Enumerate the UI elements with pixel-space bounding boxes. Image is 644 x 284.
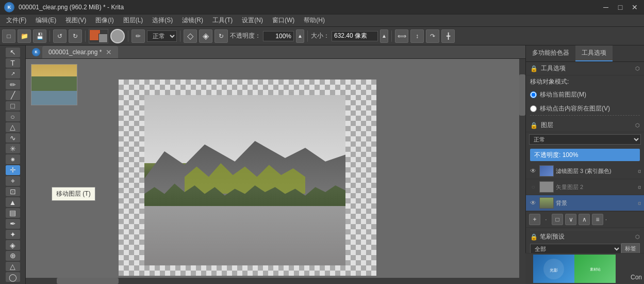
window-title: 000001_clear.png (960.2 MiB) * - Krita bbox=[19, 4, 124, 11]
opacity-input[interactable] bbox=[263, 31, 294, 41]
layer-item-vector[interactable]: ○ 矢量图层 2 α bbox=[526, 179, 644, 195]
paint-tool[interactable]: ✏ bbox=[6, 80, 20, 89]
panel-tabs: 多功能拾色器 工具选项 bbox=[526, 45, 644, 62]
tab-close-button[interactable]: ✕ bbox=[106, 48, 112, 56]
new-button[interactable]: □ bbox=[2, 29, 15, 43]
layer-menu-btn[interactable]: · bbox=[542, 216, 550, 223]
path-tool[interactable]: △ bbox=[6, 122, 20, 132]
layer-item-bg[interactable]: 👁 背景 α bbox=[526, 195, 644, 211]
measure-tool[interactable]: △ bbox=[6, 262, 20, 272]
duplicate-layer-btn[interactable]: □ bbox=[552, 214, 563, 225]
move-layer-down-btn[interactable]: ∧ bbox=[579, 214, 590, 225]
radio-move-clicked-layer[interactable]: 移动点击内容所在图层(V) bbox=[530, 103, 640, 114]
radio-move-current-layer[interactable]: 移动当前图层(M) bbox=[530, 89, 640, 100]
brush-tags-button[interactable]: 标签 bbox=[621, 243, 640, 254]
layer-eye-bg[interactable]: 👁 bbox=[529, 199, 537, 207]
tab-color-picker[interactable]: 多功能拾色器 bbox=[526, 45, 575, 61]
opacity-reset-btn[interactable]: ◇ bbox=[184, 29, 197, 43]
maximize-button[interactable]: □ bbox=[615, 3, 625, 11]
brush-select-row: 全部 标签 bbox=[530, 243, 640, 254]
rect-tool[interactable]: □ bbox=[6, 101, 20, 111]
undo-button[interactable]: ↺ bbox=[53, 29, 67, 43]
opacity-up-btn[interactable]: ▲ bbox=[296, 29, 304, 43]
close-button[interactable]: ✕ bbox=[630, 3, 640, 11]
size-up-btn[interactable]: ▲ bbox=[380, 29, 388, 43]
zoom-tool[interactable]: ◯ bbox=[6, 272, 20, 282]
watermark-img-2: 素材站 bbox=[574, 255, 616, 283]
tab-tool-options[interactable]: 工具选项 bbox=[575, 45, 613, 61]
document-tab[interactable]: 000001_clear.png * ✕ bbox=[42, 46, 118, 58]
multibrush-tool[interactable]: ⁕ bbox=[6, 154, 20, 164]
menu-tool[interactable]: 工具(T) bbox=[208, 15, 237, 26]
add-layer-btn[interactable]: + bbox=[529, 214, 540, 225]
circle-tool[interactable]: ○ bbox=[6, 112, 20, 121]
flip-v-btn[interactable]: ↕ bbox=[410, 29, 424, 43]
radio-current-layer-input[interactable] bbox=[530, 91, 537, 98]
transform-tool[interactable]: ⌖ bbox=[6, 176, 20, 186]
bezier-tool[interactable]: ∿ bbox=[6, 133, 20, 143]
menu-view[interactable]: 视图(V) bbox=[61, 15, 90, 26]
color-overlay-btn[interactable]: ◈ bbox=[199, 29, 212, 43]
lock-icon-layers: 🔒 bbox=[530, 122, 538, 129]
brush-category-select[interactable]: 全部 bbox=[530, 244, 621, 254]
canvas-content[interactable]: 移动图层 (T) bbox=[26, 59, 525, 284]
save-button[interactable]: 💾 bbox=[33, 29, 46, 43]
redo-button[interactable]: ↻ bbox=[69, 29, 82, 43]
main-canvas[interactable] bbox=[119, 80, 376, 276]
menu-edit[interactable]: 编辑(E) bbox=[31, 15, 60, 26]
eyedropper-tool[interactable]: ✒ bbox=[6, 219, 20, 229]
freehand-tool[interactable]: ↗ bbox=[6, 69, 20, 78]
move-mode-label: 移动对象模式: bbox=[530, 77, 640, 86]
radio-clicked-layer-label: 移动点击内容所在图层(V) bbox=[540, 104, 610, 113]
app-logo: K bbox=[4, 2, 14, 12]
enclose-fill-tool[interactable]: ◈ bbox=[6, 240, 20, 250]
transform-btn[interactable]: ╋ bbox=[441, 29, 455, 43]
menu-layer[interactable]: 图层(L) bbox=[119, 15, 147, 26]
layer-blend-mode[interactable]: 正常 bbox=[529, 134, 641, 145]
minimize-button[interactable]: ─ bbox=[601, 3, 611, 11]
flip-h-btn[interactable]: ⟺ bbox=[395, 29, 408, 43]
paint-btn[interactable]: ✏ bbox=[131, 29, 145, 43]
menu-image[interactable]: 图像(I) bbox=[91, 15, 118, 26]
layer-options-btn[interactable]: ≡ bbox=[592, 214, 603, 225]
layers-list: 👁 滤镜图层 3 (索引颜色) α ○ 矢量图层 2 α 👁 背景 α bbox=[526, 163, 644, 211]
menu-select[interactable]: 选择(S) bbox=[148, 15, 177, 26]
warp-tool[interactable]: ✳ bbox=[6, 144, 20, 153]
layer-eye-vector[interactable]: ○ bbox=[529, 183, 537, 191]
assistant-tool[interactable]: ⊕ bbox=[6, 251, 20, 261]
horizontal-scrollbar[interactable] bbox=[26, 278, 519, 284]
layer-item-filter[interactable]: 👁 滤镜图层 3 (索引颜色) α bbox=[526, 163, 644, 179]
text-tool[interactable]: T bbox=[6, 58, 20, 68]
size-input[interactable] bbox=[332, 31, 378, 41]
crop-tool[interactable]: ⊡ bbox=[6, 187, 20, 197]
layer-opacity-label: 不透明度: 100% bbox=[534, 151, 578, 160]
rotate-btn[interactable]: ↷ bbox=[426, 29, 439, 43]
menu-window[interactable]: 窗口(W) bbox=[268, 15, 299, 26]
tab-title: 000001_clear.png * bbox=[48, 49, 102, 56]
menubar: 文件(F) 编辑(E) 视图(V) 图像(I) 图层(L) 选择(S) 滤镜(R… bbox=[0, 14, 644, 27]
vertical-scrollbar[interactable] bbox=[519, 59, 525, 284]
move-layer-up-btn[interactable]: ∨ bbox=[565, 214, 576, 225]
smart-patch-tool[interactable]: ✦ bbox=[6, 230, 20, 240]
menu-settings[interactable]: 设置(N) bbox=[238, 15, 267, 26]
radio-clicked-layer-input[interactable] bbox=[530, 105, 537, 112]
fill-tool[interactable]: ▲ bbox=[6, 197, 20, 207]
horizontal-scroll-thumb[interactable] bbox=[57, 278, 119, 284]
line-tool[interactable]: ╱ bbox=[6, 90, 20, 100]
layer-opacity-bar[interactable]: 不透明度: 100% bbox=[530, 149, 640, 161]
brush-presets-header: 🔒 笔刷预设 ⬡ bbox=[530, 230, 640, 241]
open-button[interactable]: 📁 bbox=[18, 29, 31, 43]
select-tool[interactable]: ↖ bbox=[6, 48, 20, 57]
menu-help[interactable]: 帮助(H) bbox=[300, 15, 329, 26]
layer-eye-filter[interactable]: 👁 bbox=[529, 167, 537, 175]
brush-preset-btn[interactable] bbox=[110, 29, 125, 43]
vertical-scroll-thumb[interactable] bbox=[519, 74, 525, 116]
blend-mode-select[interactable]: 正常 bbox=[147, 30, 177, 42]
move-tool[interactable]: ✛ bbox=[6, 165, 20, 175]
menu-file[interactable]: 文件(F) bbox=[2, 15, 30, 26]
refresh-btn[interactable]: ↻ bbox=[214, 29, 228, 43]
menu-filter[interactable]: 滤镜(R) bbox=[178, 15, 207, 26]
gradient-tool[interactable]: ▤ bbox=[6, 208, 20, 218]
color-selector[interactable] bbox=[89, 29, 108, 43]
water-reflection bbox=[144, 206, 345, 266]
